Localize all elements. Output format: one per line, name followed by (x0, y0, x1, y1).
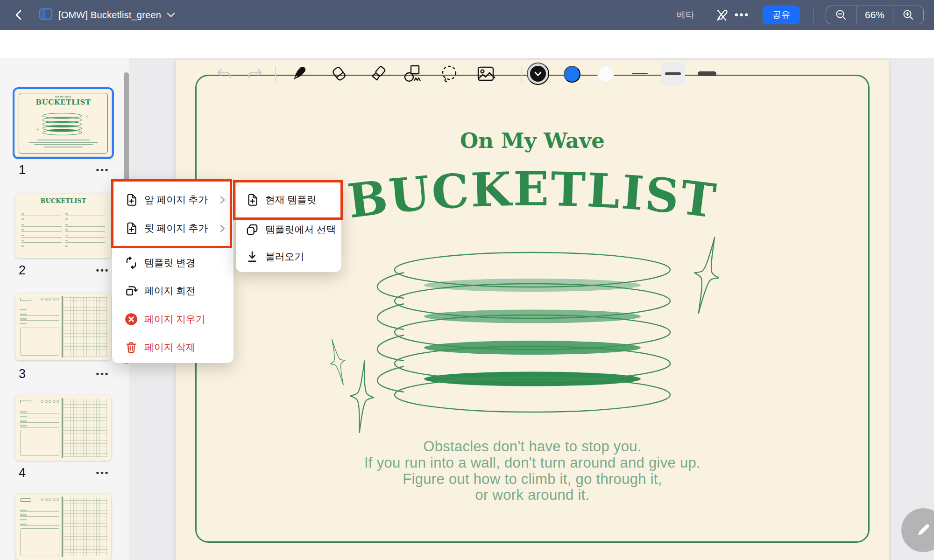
redo-icon (247, 67, 263, 81)
ellipsis-icon: ••• (735, 9, 750, 21)
back-button[interactable] (8, 5, 29, 25)
page-thumbnail-5[interactable] (15, 494, 111, 560)
undo-button[interactable] (213, 63, 235, 85)
lasso-tool-button[interactable] (438, 63, 460, 85)
selected-color (530, 66, 546, 82)
page-4-options-button[interactable]: ••• (92, 468, 114, 478)
pen-tool-button[interactable] (288, 63, 310, 85)
image-tool-button[interactable] (474, 63, 497, 85)
chevron-right-icon (220, 196, 225, 206)
zoom-in-button[interactable] (893, 6, 923, 24)
submenu-item-current-template[interactable]: 현재 템플릿 (236, 189, 341, 211)
page-number-label: 4 (19, 466, 26, 480)
zoom-level: 66% (856, 6, 893, 24)
erase-page-icon (124, 312, 138, 326)
more-options-button[interactable]: ••• (732, 5, 752, 25)
chevron-left-icon (14, 9, 24, 21)
toolbar (0, 30, 934, 58)
thick-line (698, 71, 716, 76)
pencil-icon (913, 520, 934, 540)
document-title: [OMW] Bucketlist_green (58, 10, 161, 21)
thumb-title-text: BUCKETLIST (15, 197, 111, 204)
canvas-area[interactable]: On My Wave BUCKETLIST (129, 58, 934, 560)
pen-mode-button[interactable] (711, 5, 732, 25)
submenu-item-select-from-template[interactable]: 템플릿에서 선택 (236, 218, 341, 241)
chevron-right-icon (220, 224, 225, 234)
highlighter-icon (369, 64, 388, 83)
document-title-menu[interactable]: [OMW] Bucketlist_green (39, 8, 175, 22)
thumb-list-rows (21, 210, 105, 248)
chevron-down-icon (167, 12, 175, 18)
stroke-width-thin[interactable] (628, 62, 652, 86)
zoom-out-button[interactable] (826, 6, 856, 24)
menu-item-delete-page[interactable]: 페이지 삭제 (112, 336, 234, 358)
eraser-tool-button[interactable] (328, 63, 350, 85)
page-3-options-button[interactable]: ••• (92, 369, 114, 379)
highlighter-tool-button[interactable] (367, 63, 389, 85)
beta-badge: 베타 (677, 9, 694, 21)
redo-button[interactable] (244, 63, 266, 85)
topbar: [OMW] Bucketlist_green 베타 ••• 공유 (0, 0, 934, 30)
menu-item-add-page-after[interactable]: 뒷 페이지 추가 (112, 217, 234, 239)
stroke-width-thick[interactable] (695, 62, 719, 86)
menu-item-add-page-before[interactable]: 앞 페이지 추가 (112, 189, 234, 211)
page-thumbnail-4[interactable] (15, 395, 111, 461)
thin-line (632, 73, 648, 75)
thumb-planner-left (19, 497, 60, 556)
menu-item-clear-page[interactable]: 페이지 지우기 (112, 308, 234, 330)
template-swap-icon (124, 256, 138, 270)
menu-item-change-template[interactable]: 템플릿 변경 (112, 252, 234, 274)
trash-icon (124, 340, 138, 354)
thumb-planner-left (19, 399, 60, 457)
color-swatch-black-selected[interactable] (527, 63, 549, 85)
page-add-icon (245, 193, 259, 207)
page-add-icon (124, 193, 138, 207)
menu-item-rotate-page[interactable]: 페이지 회전 (112, 280, 234, 302)
topbar-divider (32, 9, 32, 21)
toolbar-divider (275, 66, 276, 82)
page-thumbnail-2[interactable]: BUCKETLIST (15, 194, 111, 258)
sidebar-toggle-icon[interactable] (39, 8, 53, 22)
submenu-item-import[interactable]: 불러오기 (236, 245, 341, 268)
quote-line: or work around it. (176, 487, 889, 504)
share-button[interactable]: 공유 (763, 6, 800, 24)
quote-line: Obstacles don't have to stop you. (176, 439, 889, 455)
thumb-planner-divider (62, 497, 63, 557)
page-2-options-button[interactable]: ••• (92, 265, 114, 275)
stroke-width-medium-selected[interactable] (661, 62, 685, 86)
page-thumbnails-sidebar: On My Wave BUCKETLIST ✧ ✧ 1 ••• BUCKETLI… (0, 58, 129, 560)
page-rotate-icon (124, 284, 138, 298)
thumb-planner-divider (62, 296, 63, 357)
magnifier-minus-icon (835, 8, 848, 21)
thumb-planner-left (19, 297, 60, 357)
template-pick-icon (245, 223, 259, 237)
page-add-icon (124, 221, 138, 235)
page-number-label: 2 (19, 263, 26, 278)
image-icon (476, 64, 495, 84)
page-thumbnail-3[interactable] (15, 293, 111, 360)
eraser-icon (330, 64, 348, 83)
page-1-options-button[interactable]: ••• (92, 165, 114, 175)
download-icon (245, 250, 259, 264)
shapes-tool-button[interactable] (402, 63, 424, 85)
color-swatch-white[interactable] (597, 66, 614, 83)
notebook-page[interactable]: On My Wave BUCKETLIST (176, 60, 889, 560)
sparkle-star-icon: ✧ (85, 114, 89, 119)
toolbar-divider (521, 66, 522, 82)
add-page-submenu: 현재 템플릿 템플릿에서 선택 불러오기 (236, 181, 341, 272)
chevron-down-icon (534, 71, 542, 77)
thumb-planner-grid (64, 297, 107, 357)
magnifier-plus-icon (902, 8, 915, 21)
thumb-quote-line (29, 142, 98, 143)
sparkle-star-icon: ✧ (36, 127, 40, 132)
pen-slash-icon (714, 7, 729, 22)
pen-icon (290, 64, 308, 83)
color-swatch-blue[interactable] (564, 66, 580, 83)
page-thumbnail-1[interactable]: On My Wave BUCKETLIST ✧ ✧ (15, 90, 111, 156)
thumb-quote-line (37, 140, 90, 140)
page-brand-text: On My Wave (176, 128, 889, 153)
zoom-controls: 66% (826, 6, 924, 24)
thumb-planner-grid (64, 497, 107, 556)
undo-icon (216, 67, 232, 81)
thumb-planner-divider (62, 398, 63, 458)
